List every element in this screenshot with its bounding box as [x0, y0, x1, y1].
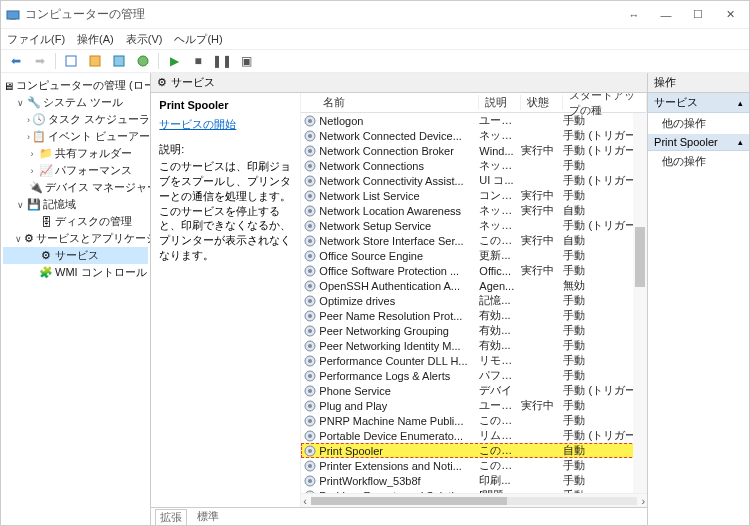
tree-services-apps[interactable]: ∨⚙サービスとアプリケーション [3, 230, 148, 247]
table-row[interactable]: Network Connectionsネット...手動 [301, 158, 647, 173]
table-row[interactable]: Printer Extensions and Noti...このサ...手動 [301, 458, 647, 473]
table-row[interactable]: Problem Reports and Soluti...[問題...手動 [301, 488, 647, 493]
cell-desc: 有効... [479, 338, 521, 353]
service-icon [301, 445, 319, 457]
table-row[interactable]: Performance Logs & Alertsパフォ...手動 [301, 368, 647, 383]
tree-device-manager[interactable]: 🔌デバイス マネージャー [3, 179, 148, 196]
up-button[interactable] [60, 50, 82, 72]
svg-point-53 [308, 464, 312, 468]
description-label: 説明: [159, 142, 292, 157]
cell-desc: ユーザ... [479, 398, 521, 413]
tree-disk-management[interactable]: 🗄ディスクの管理 [3, 213, 148, 230]
horizontal-scrollbar[interactable]: ‹› [301, 493, 647, 507]
actions-other-2[interactable]: 他の操作 [648, 151, 749, 172]
service-icon [301, 460, 319, 472]
tab-standard[interactable]: 標準 [193, 509, 223, 524]
table-row[interactable]: Performance Counter DLL H...リモー...手動 [301, 353, 647, 368]
col-status[interactable]: 状態 [521, 95, 563, 110]
minimize-button[interactable]: — [651, 5, 681, 25]
forward-button[interactable]: ➡ [29, 50, 51, 72]
tab-extended[interactable]: 拡張 [155, 509, 187, 525]
table-row[interactable]: Office Software Protection ...Offic...実行… [301, 263, 647, 278]
table-row[interactable]: OpenSSH Authentication A...Agen...無効 [301, 278, 647, 293]
svg-point-17 [308, 194, 312, 198]
restore-icon[interactable]: ↔ [619, 5, 649, 25]
table-row[interactable]: Optimize drives記憶...手動 [301, 293, 647, 308]
table-row[interactable]: Peer Networking Identity M...有効...手動 [301, 338, 647, 353]
table-row[interactable]: Network List Serviceコンピ...実行中手動 [301, 188, 647, 203]
cell-status: 実行中 [521, 233, 563, 248]
tree-root[interactable]: 🖥コンピューターの管理 (ローカル) [3, 77, 148, 94]
table-row[interactable]: Network Connectivity Assist...UI コ...手動 … [301, 173, 647, 188]
svg-point-13 [308, 164, 312, 168]
tree-services[interactable]: ⚙サービス [3, 247, 148, 264]
stop-button[interactable]: ■ [187, 50, 209, 72]
tree-event-viewer[interactable]: ›📋イベント ビューアー [3, 128, 148, 145]
table-row[interactable]: PNRP Machine Name Publi...このサ...手動 [301, 413, 647, 428]
cell-desc: パフォ... [479, 368, 521, 383]
table-row[interactable]: Peer Name Resolution Prot...有効...手動 [301, 308, 647, 323]
svg-point-43 [308, 389, 312, 393]
cell-status: 実行中 [521, 143, 563, 158]
table-row[interactable]: Network Setup Serviceネット...手動 (トリガー開 [301, 218, 647, 233]
start-button[interactable]: ▶ [163, 50, 185, 72]
table-row[interactable]: Office Source Engine更新...手動 [301, 248, 647, 263]
maximize-button[interactable]: ☐ [683, 5, 713, 25]
tree-storage[interactable]: ∨💾記憶域 [3, 196, 148, 213]
help-button[interactable] [132, 50, 154, 72]
nav-tree: 🖥コンピューターの管理 (ローカル) ∨🔧システム ツール ›🕓タスク スケジュ… [1, 73, 151, 525]
table-row[interactable]: Network Store Interface Ser...このサ...実行中自… [301, 233, 647, 248]
refresh-button[interactable] [108, 50, 130, 72]
cell-desc: ネット... [479, 203, 521, 218]
cell-desc: ユーザ... [479, 113, 521, 128]
actions-cat-services[interactable]: サービス▴ [648, 93, 749, 113]
cell-name: Network Connectivity Assist... [319, 175, 479, 187]
table-row[interactable]: Network Connected Device...ネット...手動 (トリガ… [301, 128, 647, 143]
pause-button[interactable]: ❚❚ [211, 50, 233, 72]
menu-action[interactable]: 操作(A) [77, 32, 114, 47]
menu-file[interactable]: ファイル(F) [7, 32, 65, 47]
actions-other-1[interactable]: 他の操作 [648, 113, 749, 134]
actions-cat-printspooler[interactable]: Print Spooler▴ [648, 134, 749, 151]
close-button[interactable]: ✕ [715, 5, 745, 25]
table-row[interactable]: Netlogonユーザ...手動 [301, 113, 647, 128]
table-row[interactable]: Network Connection BrokerWind...実行中手動 (ト… [301, 143, 647, 158]
restart-button[interactable]: ▣ [235, 50, 257, 72]
props-button[interactable] [84, 50, 106, 72]
table-row[interactable]: Print Spoolerこのサ...自動 [301, 443, 647, 458]
cell-desc: Wind... [479, 145, 521, 157]
col-desc[interactable]: 説明 [479, 95, 521, 110]
table-row[interactable]: PrintWorkflow_53b8f印刷...手動 [301, 473, 647, 488]
svg-point-5 [138, 56, 148, 66]
tree-wmi-control[interactable]: 🧩WMI コントロール [3, 264, 148, 281]
service-list: Netlogonユーザ...手動Network Connected Device… [301, 113, 647, 493]
table-row[interactable]: Phone Serviceデバイ手動 (トリガー開 [301, 383, 647, 398]
cell-status: 実行中 [521, 398, 563, 413]
svg-point-35 [308, 329, 312, 333]
cell-desc: Agen... [479, 280, 521, 292]
tree-task-scheduler[interactable]: ›🕓タスク スケジューラ [3, 111, 148, 128]
cell-name: Peer Name Resolution Prot... [319, 310, 479, 322]
table-row[interactable]: Plug and Playユーザ...実行中手動 [301, 398, 647, 413]
back-button[interactable]: ⬅ [5, 50, 27, 72]
cell-desc: UI コ... [479, 173, 521, 188]
cell-name: Performance Logs & Alerts [319, 370, 479, 382]
start-service-link[interactable]: サービスの開始 [159, 117, 292, 132]
table-row[interactable]: Peer Networking Grouping有効...手動 [301, 323, 647, 338]
menu-view[interactable]: 表示(V) [126, 32, 163, 47]
svg-point-9 [308, 134, 312, 138]
vertical-scrollbar[interactable] [633, 113, 647, 493]
menu-help[interactable]: ヘルプ(H) [174, 32, 222, 47]
tree-shared-folders[interactable]: ›📁共有フォルダー [3, 145, 148, 162]
svg-point-45 [308, 404, 312, 408]
table-row[interactable]: Network Location Awarenessネット...実行中自動 [301, 203, 647, 218]
col-name[interactable]: 名前 [301, 95, 479, 110]
service-icon [301, 490, 319, 494]
svg-rect-2 [66, 56, 76, 66]
svg-point-56 [305, 491, 315, 494]
table-row[interactable]: Portable Device Enumerato...リムー...手動 (トリ… [301, 428, 647, 443]
tree-system-tools[interactable]: ∨🔧システム ツール [3, 94, 148, 111]
svg-point-7 [308, 119, 312, 123]
svg-point-39 [308, 359, 312, 363]
tree-performance[interactable]: ›📈パフォーマンス [3, 162, 148, 179]
